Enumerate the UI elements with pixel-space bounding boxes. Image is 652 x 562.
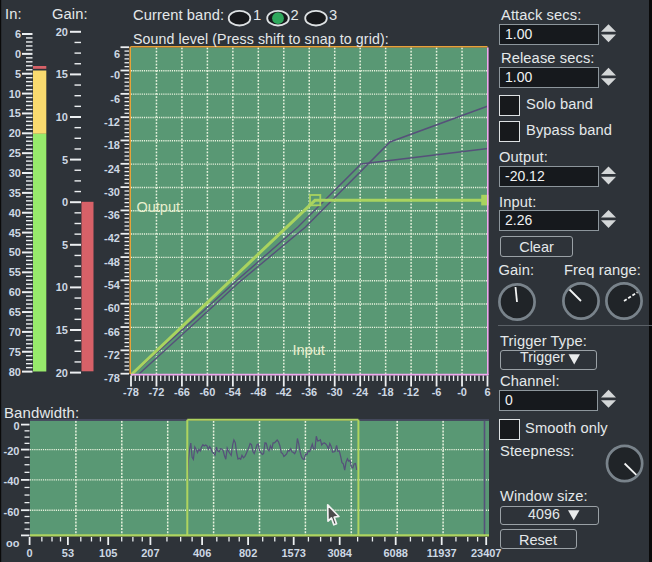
svg-text:-18: -18 bbox=[378, 386, 394, 398]
svg-text:1573: 1573 bbox=[281, 547, 305, 559]
svg-text:23407: 23407 bbox=[471, 547, 502, 559]
svg-text:60: 60 bbox=[9, 286, 21, 298]
svg-text:3084: 3084 bbox=[327, 547, 352, 559]
svg-text:6: 6 bbox=[114, 48, 120, 60]
svg-text:Output: Output bbox=[137, 199, 181, 215]
svg-text:-12: -12 bbox=[403, 386, 419, 398]
svg-text:20: 20 bbox=[9, 127, 21, 139]
svg-text:40: 40 bbox=[9, 207, 21, 219]
svg-text:-30: -30 bbox=[104, 186, 120, 198]
svg-text:53: 53 bbox=[62, 547, 74, 559]
svg-text:5: 5 bbox=[62, 239, 68, 251]
svg-text:75: 75 bbox=[9, 346, 21, 358]
svg-text:-30: -30 bbox=[327, 386, 343, 398]
svg-text:-42: -42 bbox=[276, 386, 292, 398]
svg-text:5: 5 bbox=[15, 68, 21, 80]
svg-text:15: 15 bbox=[56, 68, 68, 80]
svg-text:10: 10 bbox=[56, 111, 68, 123]
svg-text:Input: Input bbox=[293, 342, 325, 358]
svg-text:-12: -12 bbox=[104, 116, 120, 128]
svg-text:-20: -20 bbox=[4, 445, 20, 457]
svg-text:25: 25 bbox=[9, 147, 21, 159]
svg-text:0: 0 bbox=[15, 48, 21, 60]
svg-text:-72: -72 bbox=[149, 386, 165, 398]
svg-text:-54: -54 bbox=[104, 279, 121, 291]
svg-text:6: 6 bbox=[484, 386, 490, 398]
svg-text:0: 0 bbox=[27, 547, 33, 559]
svg-text:-48: -48 bbox=[250, 386, 266, 398]
svg-text:6: 6 bbox=[15, 28, 21, 40]
svg-text:5: 5 bbox=[62, 154, 68, 166]
svg-text:-0: -0 bbox=[457, 386, 467, 398]
svg-text:-0: -0 bbox=[110, 69, 120, 81]
svg-text:11937: 11937 bbox=[427, 547, 457, 559]
svg-text:-6: -6 bbox=[432, 386, 442, 398]
svg-text:-78: -78 bbox=[123, 386, 139, 398]
svg-text:-54: -54 bbox=[225, 386, 242, 398]
svg-text:55: 55 bbox=[9, 266, 21, 278]
svg-text:35: 35 bbox=[9, 187, 21, 199]
svg-text:-60: -60 bbox=[104, 302, 120, 314]
svg-text:-66: -66 bbox=[104, 326, 120, 338]
svg-text:-36: -36 bbox=[104, 209, 120, 221]
svg-text:50: 50 bbox=[9, 246, 21, 258]
svg-text:-78: -78 bbox=[104, 372, 120, 384]
svg-text:-6: -6 bbox=[110, 93, 120, 105]
svg-text:6088: 6088 bbox=[383, 547, 407, 559]
svg-text:-60: -60 bbox=[4, 506, 20, 518]
svg-text:105: 105 bbox=[99, 547, 117, 559]
svg-text:802: 802 bbox=[239, 547, 257, 559]
svg-text:65: 65 bbox=[9, 306, 21, 318]
svg-text:-48: -48 bbox=[104, 256, 120, 268]
svg-text:30: 30 bbox=[9, 167, 21, 179]
svg-text:-18: -18 bbox=[104, 139, 120, 151]
svg-text:15: 15 bbox=[56, 324, 68, 336]
svg-text:20: 20 bbox=[56, 367, 68, 379]
svg-text:-66: -66 bbox=[174, 386, 190, 398]
svg-text:15: 15 bbox=[9, 107, 21, 119]
svg-text:-24: -24 bbox=[352, 386, 369, 398]
svg-text:20: 20 bbox=[56, 26, 68, 38]
svg-text:-60: -60 bbox=[199, 386, 215, 398]
svg-text:-36: -36 bbox=[301, 386, 317, 398]
svg-text:70: 70 bbox=[9, 326, 21, 338]
svg-text:406: 406 bbox=[193, 547, 211, 559]
svg-text:-42: -42 bbox=[104, 232, 120, 244]
svg-text:10: 10 bbox=[9, 88, 21, 100]
svg-text:0: 0 bbox=[13, 420, 19, 432]
svg-text:80: 80 bbox=[9, 366, 21, 378]
svg-text:-24: -24 bbox=[104, 163, 121, 175]
svg-text:0: 0 bbox=[62, 196, 68, 208]
svg-text:oo: oo bbox=[6, 537, 20, 549]
svg-text:-40: -40 bbox=[4, 475, 20, 487]
svg-text:-72: -72 bbox=[104, 349, 120, 361]
svg-text:207: 207 bbox=[141, 547, 159, 559]
svg-text:10: 10 bbox=[56, 281, 68, 293]
svg-text:45: 45 bbox=[9, 227, 21, 239]
